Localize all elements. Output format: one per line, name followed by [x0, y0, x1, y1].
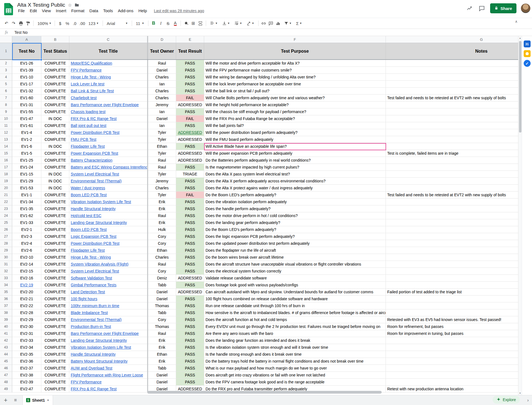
cell-E20[interactable]: PASS: [176, 185, 204, 192]
cell-C6[interactable]: Ball Link & Strut Life Test: [69, 88, 147, 95]
cell-D1[interactable]: Test Owner: [148, 43, 176, 59]
cell-F11[interactable]: Will the ball joints fail?: [204, 122, 386, 129]
row-header-12[interactable]: 12: [0, 129, 12, 136]
cell-D8[interactable]: Jeremy: [148, 101, 176, 108]
scroll-down-icon[interactable]: ▼: [518, 391, 522, 395]
cell-F28[interactable]: Does the updated power distribution test…: [204, 240, 386, 247]
cell-F44[interactable]: Is the handle strong enough and does it …: [204, 351, 386, 358]
cell-E29[interactable]: PASS: [176, 247, 204, 254]
cell-F35[interactable]: Can aircraft autoland with Mpro and skyv…: [204, 289, 386, 296]
cell-G41[interactable]: Room for improvement in tuning, but pass…: [386, 330, 518, 337]
cell-C22[interactable]: Vibration Isolation System Life Test: [69, 198, 147, 205]
cell-D41[interactable]: Raul: [148, 330, 176, 337]
row-header-14[interactable]: 14: [0, 143, 12, 150]
cell-G48[interactable]: [386, 379, 518, 386]
cell-E24[interactable]: PASS: [176, 212, 204, 219]
cell-E16[interactable]: ADDRESSED: [176, 157, 204, 164]
cell-B42[interactable]: COMPLETE: [41, 337, 69, 344]
cell-B28[interactable]: COMPLETE: [41, 240, 69, 247]
cell-F13[interactable]: Will the FMU board perform adequately: [204, 136, 386, 143]
cell-A18[interactable]: EV1-15: [12, 171, 41, 178]
cell-F45[interactable]: Do the battery trays hold the battery in…: [204, 358, 386, 365]
cell-A36[interactable]: EV2-21: [12, 296, 41, 302]
cell-A3[interactable]: EV1-39: [12, 67, 41, 74]
tasks-icon[interactable]: ✓: [524, 60, 531, 67]
cell-B14[interactable]: IN DOC: [41, 143, 69, 150]
cell-F40[interactable]: Every EV/DV unit must go through the 2 h…: [204, 323, 386, 330]
cell-E44[interactable]: PASS: [176, 351, 204, 358]
cell-B22[interactable]: COMPLETE: [41, 198, 69, 205]
cell-A7[interactable]: EV1-60: [12, 95, 41, 101]
cell-D10[interactable]: Daniel: [148, 115, 176, 122]
cell-D47[interactable]: Daniel: [148, 372, 176, 379]
cell-G25[interactable]: [386, 219, 518, 226]
menu-addons[interactable]: Add-ons: [115, 7, 136, 14]
format-percent-button[interactable]: %: [64, 20, 71, 27]
cell-A16[interactable]: EV1-25: [12, 157, 41, 164]
cell-A9[interactable]: EV1-55: [12, 108, 41, 115]
move-folder-icon[interactable]: [75, 3, 79, 7]
cell-A42[interactable]: EV2-33: [12, 337, 41, 344]
cell-D19[interactable]: Jeremy: [148, 178, 176, 185]
cell-F43[interactable]: Is the vibration isolation system stron …: [204, 344, 386, 351]
row-header-7[interactable]: 7: [0, 95, 12, 101]
cell-D32[interactable]: Cory: [148, 268, 176, 275]
cell-A29[interactable]: EV2-6: [12, 247, 41, 254]
cell-G24[interactable]: [386, 212, 518, 219]
row-header-43[interactable]: 43: [0, 344, 12, 351]
cell-B6[interactable]: COMPLETE: [41, 88, 69, 95]
cell-F23[interactable]: Does the handle perform adequately?: [204, 205, 386, 212]
cell-B40[interactable]: COMPLETE: [41, 323, 69, 330]
cell-G3[interactable]: [386, 67, 518, 74]
cell-F2[interactable]: Will the motor and drive perform accepta…: [204, 60, 386, 67]
cell-D30[interactable]: Charles: [148, 254, 176, 261]
add-sheet-button[interactable]: +: [0, 397, 11, 404]
cell-A5[interactable]: EV1-17: [12, 81, 41, 88]
cell-A1[interactable]: Test No: [12, 43, 41, 59]
cell-D25[interactable]: Erik: [148, 219, 176, 226]
cell-A20[interactable]: EV1-53: [12, 185, 41, 192]
cell-B4[interactable]: COMPLETE: [41, 74, 69, 81]
cell-G40[interactable]: Room for refinement, but passes: [386, 323, 518, 330]
cell-G37[interactable]: [386, 302, 518, 309]
grid-corner[interactable]: [0, 36, 12, 43]
cell-D31[interactable]: Raul: [148, 261, 176, 268]
keep-icon[interactable]: [524, 50, 531, 57]
cell-A13[interactable]: EV1-2: [12, 136, 41, 143]
cell-B37[interactable]: COMPLETE: [41, 302, 69, 309]
cell-A11[interactable]: EV1-61: [12, 122, 41, 129]
cell-A33[interactable]: EV2-16: [12, 275, 41, 282]
cell-D14[interactable]: Ethan: [148, 143, 176, 150]
cell-B34[interactable]: COMPLETE: [41, 282, 69, 289]
cell-B46[interactable]: COMPLETE: [41, 365, 69, 372]
cell-F39[interactable]: Does the aircraft function at hot and co…: [204, 316, 386, 323]
cell-E35[interactable]: ADDRESSED: [176, 289, 204, 296]
cell-D27[interactable]: Cory: [148, 233, 176, 240]
cell-G16[interactable]: [386, 157, 518, 164]
cell-C4[interactable]: Hinge Life Test - Wiring: [69, 74, 147, 81]
row-header-27[interactable]: 27: [0, 233, 12, 240]
cell-C31[interactable]: System Vibration Analysis (Flight): [69, 261, 147, 268]
text-rotation-button[interactable]: ▼: [244, 20, 257, 27]
decrease-decimal-button[interactable]: .0: [71, 20, 78, 27]
cell-B48[interactable]: COMPLETE: [41, 379, 69, 386]
vertical-scrollbar-thumb[interactable]: [519, 41, 521, 133]
cell-C24[interactable]: Hot/cold test ESC: [69, 212, 147, 219]
cell-G26[interactable]: [386, 226, 518, 233]
cell-A35[interactable]: EV2-20: [12, 289, 41, 296]
cell-G14[interactable]: [386, 143, 518, 150]
cell-F29[interactable]: Does the flopdapter run the life of airc…: [204, 247, 386, 254]
cell-G10[interactable]: [386, 115, 518, 122]
last-edit-link[interactable]: Last edit was 28 minutes ago: [154, 9, 204, 13]
row-header-47[interactable]: 47: [0, 372, 12, 379]
text-color-button[interactable]: A: [172, 20, 179, 27]
cell-G33[interactable]: [386, 275, 518, 282]
cell-F18[interactable]: Does the Alta X pass system level electr…: [204, 171, 386, 178]
cell-F32[interactable]: Does the electrical system function corr…: [204, 268, 386, 275]
cell-B9[interactable]: COMPLETE: [41, 108, 69, 115]
cell-C34[interactable]: Gimbal Performance Tests: [69, 282, 147, 289]
formula-input[interactable]: Test No: [14, 30, 27, 35]
sheet-tab[interactable]: 1 Sheet1 ▼: [22, 395, 53, 405]
cell-D22[interactable]: Erik: [148, 198, 176, 205]
cell-C16[interactable]: Battery Characterization: [69, 157, 147, 164]
